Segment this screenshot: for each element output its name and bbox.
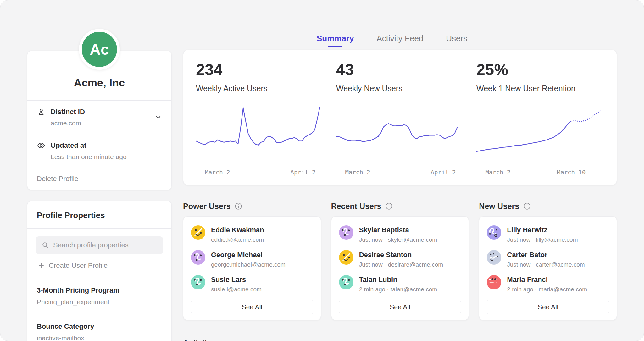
- user-subtitle: 2 min ago · talan@acme.com: [359, 286, 437, 293]
- metric-value: 25%: [476, 61, 604, 79]
- info-icon[interactable]: [234, 202, 242, 210]
- updated-at-row: Updated at Less than one minute ago: [27, 134, 171, 168]
- weekly-active-users-chart: [196, 105, 324, 163]
- distinct-id-value: acme.com: [51, 119, 162, 127]
- user-avatar-face: [487, 250, 501, 265]
- updated-at-value: Less than one minute ago: [51, 153, 162, 161]
- property-label: 3-Month Pricing Program: [37, 286, 162, 294]
- metric-value: 234: [196, 61, 324, 79]
- activity-section-title: Activity: [183, 338, 617, 341]
- profile-card: Ac Acme, Inc Distinct ID acme.com: [27, 51, 172, 190]
- tab-activity-feed[interactable]: Activity Feed: [377, 34, 424, 50]
- create-user-profile-button[interactable]: Create User Profile: [36, 254, 163, 278]
- user-avatar-face: [191, 250, 205, 265]
- user-list-item[interactable]: Desirae Stanton Just now · desirare@acme…: [339, 250, 461, 271]
- section-title: New Users: [479, 202, 519, 211]
- property-value: inactive-mailbox: [37, 334, 162, 341]
- profile-properties-title: Profile Properties: [27, 201, 171, 228]
- property-value: Pricing_plan_experiment: [37, 298, 162, 306]
- recent-users-section: Recent Users Skylar Baptista Just now · …: [331, 201, 469, 320]
- user-name: Talan Lubin: [359, 276, 437, 284]
- user-subtitle: eddie.k@acme.com: [211, 236, 264, 243]
- user-avatar-face: [339, 275, 353, 289]
- x-tick-label: March 2: [485, 169, 510, 176]
- metric-label: Weekly New Users: [336, 84, 464, 93]
- tab-users[interactable]: Users: [446, 34, 467, 50]
- info-icon[interactable]: [385, 202, 393, 210]
- company-name: Acme, Inc: [34, 77, 165, 89]
- user-subtitle: Just now · lilly@acme.com: [507, 236, 578, 243]
- see-all-button[interactable]: See All: [487, 300, 609, 314]
- user-list-item[interactable]: Susie Lars susie.l@acme.com: [191, 275, 313, 296]
- user-name: Carter Bator: [507, 251, 585, 259]
- metric-label: Week 1 New User Retention: [476, 84, 604, 93]
- eye-icon: [37, 141, 46, 150]
- property-row[interactable]: 3-Month Pricing Program Pricing_plan_exp…: [27, 278, 171, 314]
- user-name: George Michael: [211, 251, 286, 259]
- user-subtitle: Just now · skyler@acme.com: [359, 236, 437, 243]
- profile-properties-card: Profile Properties Cr: [27, 201, 172, 341]
- search-icon: [41, 241, 49, 249]
- power-users-card: Eddie Kwakman eddie.k@acme.com George Mi…: [183, 216, 321, 320]
- chart-line-solid: [476, 121, 571, 151]
- user-list-item[interactable]: Eddie Kwakman eddie.k@acme.com: [191, 225, 313, 246]
- summary-card: 234 Weekly Active Users March 2April 2 4…: [183, 50, 617, 185]
- chevron-down-icon[interactable]: [154, 113, 163, 122]
- user-subtitle: Just now · desirare@acme.com: [359, 261, 443, 268]
- new-users-section: New Users Lilly Herwitz Just now · lilly…: [479, 201, 617, 320]
- user-list-item[interactable]: Lilly Herwitz Just now · lilly@acme.com: [487, 225, 609, 246]
- x-axis-ticks: March 2April 2: [196, 168, 324, 177]
- user-avatar-face: [339, 250, 353, 265]
- x-axis-ticks: March 2March 10: [476, 168, 604, 177]
- x-tick-label: April 2: [430, 169, 456, 176]
- user-list-item[interactable]: Maria Franci 2 min ago · maria@acme.com: [487, 275, 609, 296]
- user-subtitle: george.michael@acme.com: [211, 261, 286, 268]
- user-avatar-face: [191, 225, 205, 240]
- user-list-item[interactable]: Skylar Baptista Just now · skyler@acme.c…: [339, 225, 461, 246]
- user-name: Susie Lars: [211, 276, 262, 284]
- chart-line-solid: [196, 107, 320, 145]
- user-avatar-face: [191, 275, 205, 289]
- updated-at-label: Updated at: [51, 141, 86, 150]
- user-subtitle: 2 min ago · maria@acme.com: [507, 286, 587, 293]
- x-tick-label: March 10: [557, 169, 586, 176]
- info-icon[interactable]: [523, 202, 531, 210]
- user-list-item[interactable]: Carter Bator Just now · carter@acme.com: [487, 250, 609, 271]
- property-row[interactable]: Bounce Category inactive-mailbox: [27, 314, 171, 341]
- user-name: Eddie Kwakman: [211, 226, 264, 234]
- person-icon: [37, 107, 46, 116]
- chart-line-dotted: [571, 111, 600, 121]
- x-tick-label: March 2: [205, 169, 230, 176]
- metric-value: 43: [336, 61, 464, 79]
- delete-profile-button[interactable]: Delete Profile: [27, 168, 171, 190]
- user-subtitle: Just now · carter@acme.com: [507, 261, 585, 268]
- metric-weekly-active-users: 234 Weekly Active Users March 2April 2: [190, 61, 330, 177]
- user-list-item[interactable]: Talan Lubin 2 min ago · talan@acme.com: [339, 275, 461, 296]
- x-tick-label: March 2: [345, 169, 370, 176]
- chart-line-solid: [336, 124, 458, 141]
- user-avatar-face: [339, 225, 353, 240]
- metric-label: Weekly Active Users: [196, 84, 324, 93]
- sidebar: Ac Acme, Inc Distinct ID acme.com: [27, 0, 172, 341]
- user-subtitle: susie.l@acme.com: [211, 286, 262, 293]
- property-label: Bounce Category: [37, 322, 162, 331]
- main-content: Summary Activity Feed Users 234 Weekly A…: [183, 0, 617, 341]
- recent-users-card: Skylar Baptista Just now · skyler@acme.c…: [331, 216, 469, 320]
- power-users-section: Power Users Eddie Kwakman eddie.k@acme.c…: [183, 201, 321, 320]
- see-all-button[interactable]: See All: [339, 300, 461, 314]
- search-input[interactable]: [53, 241, 158, 249]
- x-axis-ticks: March 2April 2: [336, 168, 464, 177]
- distinct-id-row: Distinct ID acme.com: [27, 100, 171, 134]
- plus-icon: [37, 262, 45, 269]
- tab-summary[interactable]: Summary: [317, 34, 354, 50]
- distinct-id-label: Distinct ID: [51, 108, 85, 116]
- see-all-button[interactable]: See All: [191, 300, 313, 314]
- user-list-item[interactable]: George Michael george.michael@acme.com: [191, 250, 313, 271]
- user-name: Maria Franci: [507, 276, 587, 284]
- metric-week1-retention: 25% Week 1 New User Retention March 2Mar…: [470, 61, 610, 177]
- user-name: Skylar Baptista: [359, 226, 437, 234]
- profile-properties-search: [36, 236, 163, 254]
- weekly-new-users-chart: [336, 105, 464, 163]
- x-tick-label: April 2: [290, 169, 315, 176]
- user-avatar-face: [487, 275, 501, 289]
